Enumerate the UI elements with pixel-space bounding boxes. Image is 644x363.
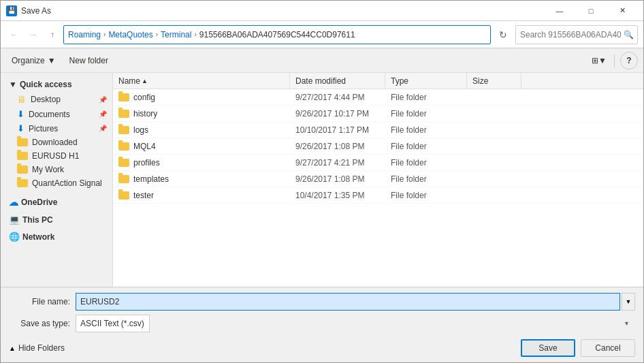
- col-size-header[interactable]: Size: [467, 73, 521, 89]
- file-list-header: Name ▲ Date modified Type Size: [113, 73, 643, 89]
- sidebar-network[interactable]: 🌐 Network: [1, 227, 112, 244]
- file-date: 10/4/2017 1:35 PM: [290, 191, 385, 200]
- cancel-button[interactable]: Cancel: [581, 339, 635, 357]
- forward-button[interactable]: →: [25, 27, 42, 43]
- table-row[interactable]: profiles 9/27/2017 4:21 PM File folder: [113, 155, 643, 171]
- table-row[interactable]: config 9/27/2017 4:44 PM File folder: [113, 89, 643, 106]
- eurusd-folder-icon: [17, 152, 28, 160]
- desktop-icon: 🖥: [17, 94, 27, 105]
- file-name: MQL4: [133, 142, 156, 151]
- pictures-icon: ⬇: [17, 123, 25, 133]
- savetype-label: Save as type:: [9, 319, 70, 328]
- sort-arrow-icon: ▲: [142, 78, 148, 84]
- onedrive-icon: ☁: [9, 197, 18, 208]
- network-icon: 🌐: [9, 232, 20, 242]
- thispc-icon: 💻: [9, 215, 20, 225]
- file-name: config: [133, 93, 155, 102]
- folder-icon: [118, 126, 129, 134]
- search-input[interactable]: [515, 25, 638, 44]
- folder-icon: [118, 93, 129, 101]
- sidebar-thispc[interactable]: 💻 This PC: [1, 210, 112, 227]
- file-list-area: Name ▲ Date modified Type Size config: [113, 73, 643, 287]
- table-row[interactable]: history 9/26/2017 10:17 PM File folder: [113, 106, 643, 122]
- col-name-header[interactable]: Name ▲: [113, 73, 290, 89]
- main-area: ▼ Quick access 🖥 Desktop 📌 ⬇ Documents 📌…: [1, 73, 643, 287]
- window-controls: — □ ✕: [544, 1, 638, 21]
- table-row[interactable]: MQL4 9/26/2017 1:08 PM File folder: [113, 138, 643, 155]
- hide-folders-label[interactable]: Hide Folders: [18, 343, 65, 353]
- file-date: 9/26/2017 1:08 PM: [290, 174, 385, 184]
- sidebar-item-documents[interactable]: ⬇ Documents 📌: [1, 107, 112, 121]
- window-title: Save As: [21, 6, 544, 16]
- bottom-panel: File name: ▼ Save as type: ASCII Text (*…: [1, 287, 643, 362]
- filename-row: File name: ▼: [9, 293, 635, 311]
- file-name: logs: [133, 125, 148, 135]
- action-buttons: Save Cancel: [521, 339, 635, 357]
- new-folder-button[interactable]: New folder: [64, 51, 114, 70]
- table-row[interactable]: templates 9/26/2017 1:08 PM File folder: [113, 171, 643, 187]
- refresh-button[interactable]: ↻: [494, 25, 513, 44]
- back-button[interactable]: ←: [6, 27, 22, 43]
- sidebar-item-downloaded[interactable]: Downloaded: [1, 136, 112, 149]
- help-button[interactable]: ?: [620, 52, 638, 69]
- toolbar-separator: [614, 54, 615, 67]
- search-icon: 🔍: [624, 30, 634, 40]
- save-as-dialog: 💾 Save As — □ ✕ ← → ↑ Roaming › MetaQuot…: [0, 0, 644, 363]
- filename-label: File name:: [9, 297, 70, 306]
- file-type: File folder: [385, 142, 467, 151]
- organize-button[interactable]: Organize ▼: [6, 51, 61, 70]
- address-bar: ← → ↑ Roaming › MetaQuotes › Terminal › …: [1, 21, 643, 48]
- file-date: 9/27/2017 4:44 PM: [290, 93, 385, 102]
- title-bar: 💾 Save As — □ ✕: [1, 1, 643, 21]
- folder-icon: [118, 142, 129, 151]
- file-date: 10/10/2017 1:17 PM: [290, 125, 385, 135]
- breadcrumb-metaquotes[interactable]: MetaQuotes: [108, 30, 152, 40]
- breadcrumb: Roaming › MetaQuotes › Terminal › 915566…: [68, 30, 355, 40]
- table-row[interactable]: logs 10/10/2017 1:17 PM File folder: [113, 122, 643, 138]
- savetype-select[interactable]: ASCII Text (*.csv): [76, 315, 150, 332]
- sidebar-item-eurusd[interactable]: EURUSD H1: [1, 149, 112, 163]
- address-box[interactable]: Roaming › MetaQuotes › Terminal › 915566…: [63, 25, 491, 44]
- breadcrumb-current[interactable]: 915566BA06ADA407569C544CC0D97611: [199, 30, 355, 40]
- view-button[interactable]: ⊞ ▼: [590, 51, 609, 70]
- file-type: File folder: [385, 125, 467, 135]
- save-button[interactable]: Save: [521, 339, 575, 357]
- file-date: 9/27/2017 4:21 PM: [290, 158, 385, 168]
- up-button[interactable]: ↑: [44, 27, 61, 43]
- sidebar: ▼ Quick access 🖥 Desktop 📌 ⬇ Documents 📌…: [1, 73, 113, 287]
- savetype-row: Save as type: ASCII Text (*.csv): [9, 315, 635, 332]
- filename-input[interactable]: [76, 293, 620, 311]
- filename-dropdown-btn[interactable]: ▼: [622, 293, 635, 311]
- breadcrumb-roaming[interactable]: Roaming: [68, 30, 101, 40]
- search-box-wrapper: 🔍: [515, 25, 638, 44]
- minimize-button[interactable]: —: [544, 1, 575, 21]
- folder-icon: [118, 191, 129, 200]
- sidebar-item-desktop[interactable]: 🖥 Desktop 📌: [1, 92, 112, 107]
- file-type: File folder: [385, 109, 467, 119]
- file-type: File folder: [385, 191, 467, 200]
- col-date-header[interactable]: Date modified: [290, 73, 385, 89]
- sidebar-onedrive[interactable]: ☁ OneDrive: [1, 193, 112, 210]
- hide-folders-chevron: ▲: [9, 345, 16, 352]
- savetype-select-wrapper: ASCII Text (*.csv): [76, 315, 635, 332]
- maximize-button[interactable]: □: [575, 1, 607, 21]
- sidebar-section-quick-access[interactable]: ▼ Quick access: [1, 76, 112, 92]
- close-button[interactable]: ✕: [607, 1, 638, 21]
- pin-icon: 📌: [99, 96, 107, 104]
- file-name: profiles: [133, 158, 160, 168]
- folder-icon: [118, 175, 129, 183]
- file-date: 9/26/2017 10:17 PM: [290, 109, 385, 119]
- folder-icon: [118, 110, 129, 118]
- sidebar-item-pictures[interactable]: ⬇ Pictures 📌: [1, 121, 112, 136]
- breadcrumb-terminal[interactable]: Terminal: [161, 30, 191, 40]
- sidebar-item-mywork[interactable]: My Work: [1, 163, 112, 176]
- hide-folders-row: ▲ Hide Folders: [9, 343, 65, 353]
- file-rows-container: config 9/27/2017 4:44 PM File folder his…: [113, 89, 643, 204]
- table-row[interactable]: tester 10/4/2017 1:35 PM File folder: [113, 187, 643, 204]
- toolbar: Organize ▼ New folder ⊞ ▼ ?: [1, 48, 643, 73]
- file-type: File folder: [385, 93, 467, 102]
- documents-icon: ⬇: [17, 109, 25, 119]
- col-type-header[interactable]: Type: [385, 73, 467, 89]
- file-name: history: [133, 109, 157, 119]
- sidebar-item-quantaction[interactable]: QuantAction Signal: [1, 176, 112, 190]
